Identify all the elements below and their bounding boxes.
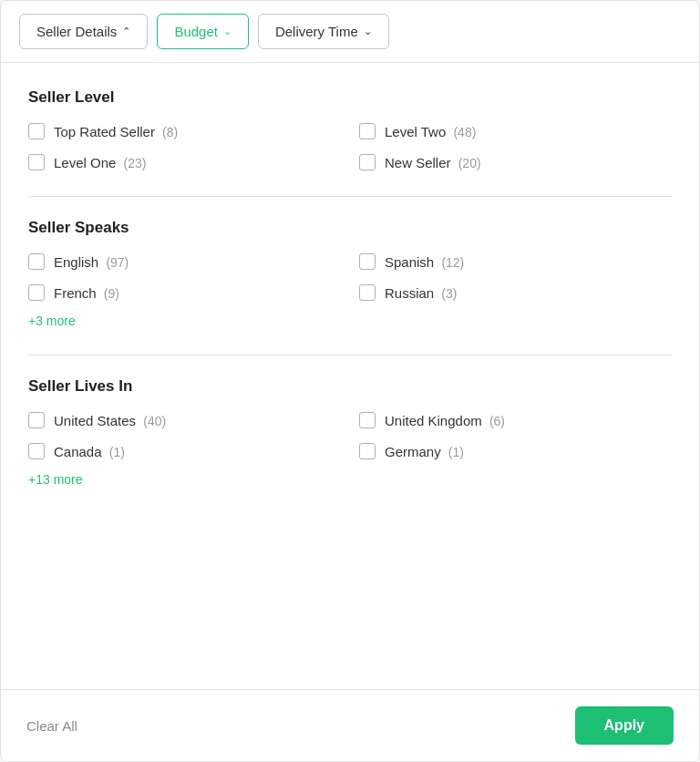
divider (28, 196, 672, 197)
list-item[interactable]: English (97) (28, 253, 341, 270)
apply-button[interactable]: Apply (575, 706, 674, 745)
checkbox-canada[interactable] (28, 443, 45, 459)
seller-speaks-title: Seller Speaks (28, 219, 672, 237)
seller-lives-in-options: United States (40) United Kingdom (6) Ca… (28, 412, 672, 459)
option-label: United Kingdom (6) (385, 413, 505, 428)
chevron-down-icon-delivery: ⌄ (364, 26, 372, 37)
option-label: French (9) (54, 285, 119, 301)
seller-details-label: Seller Details (36, 24, 117, 39)
checkbox-english[interactable] (28, 253, 45, 270)
list-item[interactable]: Top Rated Seller (8) (28, 123, 341, 139)
footer: Clear All Apply (1, 689, 699, 761)
option-label: Canada (1) (54, 444, 125, 459)
divider-2 (28, 355, 672, 355)
budget-label: Budget (174, 24, 218, 39)
checkbox-level-one[interactable] (28, 154, 45, 170)
filter-content: Seller Level Top Rated Seller (8) Level … (1, 63, 699, 689)
checkbox-new-seller[interactable] (359, 154, 376, 170)
seller-speaks-section: Seller Speaks English (97) Spanish (12) … (28, 219, 672, 329)
list-item[interactable]: Spanish (12) (359, 253, 672, 270)
option-label: Germany (1) (385, 444, 464, 459)
clear-all-button[interactable]: Clear All (26, 718, 77, 734)
option-label: Level Two (48) (385, 124, 476, 139)
list-item[interactable]: Level One (23) (28, 154, 341, 170)
option-label: Level One (23) (54, 155, 146, 170)
checkbox-level-two[interactable] (359, 123, 376, 139)
seller-lives-in-title: Seller Lives In (28, 377, 672, 396)
list-item[interactable]: New Seller (20) (359, 154, 672, 170)
seller-lives-in-more-link[interactable]: +13 more (28, 472, 83, 487)
checkbox-germany[interactable] (359, 443, 376, 459)
seller-level-title: Seller Level (28, 88, 672, 107)
list-item[interactable]: Canada (1) (28, 443, 341, 459)
delivery-time-label: Delivery Time (275, 24, 358, 39)
list-item[interactable]: Level Two (48) (359, 123, 672, 139)
list-item[interactable]: United States (40) (28, 412, 341, 428)
list-item[interactable]: United Kingdom (6) (359, 412, 672, 428)
seller-speaks-more-link[interactable]: +3 more (28, 314, 76, 328)
chevron-up-icon: ⌃ (122, 26, 130, 37)
chevron-down-icon: ⌄ (223, 26, 232, 37)
option-label: New Seller (20) (385, 155, 481, 170)
list-item[interactable]: Russian (3) (359, 284, 672, 301)
list-item[interactable]: French (9) (28, 284, 341, 301)
seller-level-options: Top Rated Seller (8) Level Two (48) Leve… (28, 123, 672, 170)
checkbox-united-kingdom[interactable] (359, 412, 376, 428)
seller-lives-in-section: Seller Lives In United States (40) Unite… (28, 377, 672, 488)
checkbox-spanish[interactable] (359, 253, 376, 270)
seller-speaks-options: English (97) Spanish (12) French (9) Rus… (28, 253, 672, 301)
checkbox-united-states[interactable] (28, 412, 45, 428)
checkbox-russian[interactable] (359, 284, 376, 301)
toolbar: Seller Details ⌃ Budget ⌄ Delivery Time … (1, 1, 699, 63)
option-label: United States (40) (54, 413, 166, 428)
delivery-time-button[interactable]: Delivery Time ⌄ (258, 14, 389, 49)
list-item[interactable]: Germany (1) (359, 443, 672, 459)
seller-details-button[interactable]: Seller Details ⌃ (19, 14, 148, 49)
budget-button[interactable]: Budget ⌄ (157, 14, 249, 49)
option-label: Russian (3) (385, 285, 457, 301)
option-label: English (97) (54, 254, 129, 270)
checkbox-french[interactable] (28, 284, 45, 301)
seller-level-section: Seller Level Top Rated Seller (8) Level … (28, 88, 672, 170)
checkbox-top-rated[interactable] (28, 123, 45, 139)
option-label: Top Rated Seller (8) (54, 124, 178, 139)
option-label: Spanish (12) (385, 254, 464, 270)
